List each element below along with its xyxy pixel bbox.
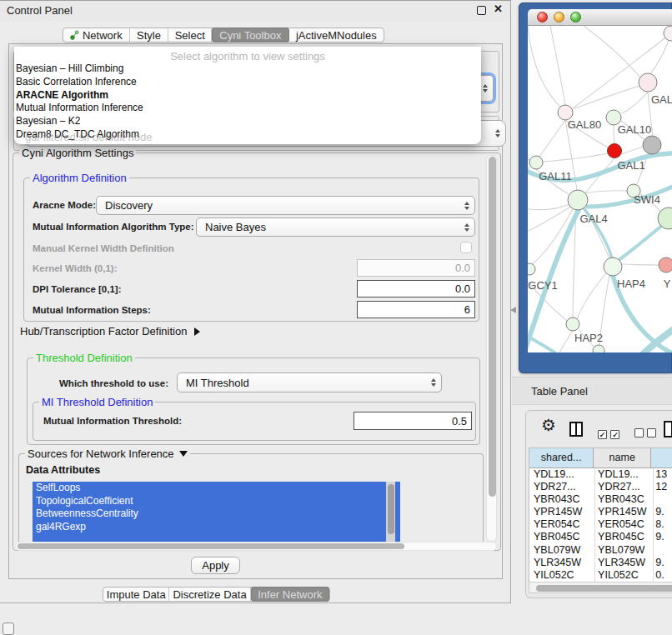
deselect-all-icon[interactable] bbox=[634, 426, 656, 441]
network-canvas[interactable]: GALGAL80GAL10GAL1GAL11GAL4SWI4GCY1HAP4YH… bbox=[528, 26, 672, 352]
attribute-item[interactable]: SelfLoops bbox=[33, 482, 400, 495]
tab-jactivemnodules[interactable]: jActiveMNodules bbox=[289, 28, 384, 42]
table-cell: YBR043C bbox=[594, 493, 651, 506]
select-all-icon[interactable]: ✓ ✓ bbox=[598, 426, 619, 441]
collapsed-panel-icon[interactable] bbox=[3, 622, 14, 635]
table-hscrollbar-thumb[interactable] bbox=[536, 585, 672, 592]
node-hap4[interactable] bbox=[604, 258, 622, 276]
table-row[interactable]: YPR145WYPR145W9. bbox=[529, 506, 672, 518]
table-hscrollbar[interactable] bbox=[529, 582, 672, 593]
network-edge[interactable] bbox=[539, 120, 565, 157]
network-edge[interactable] bbox=[584, 26, 642, 79]
which-threshold-combobox[interactable]: MI Threshold bbox=[177, 372, 442, 392]
network-edge[interactable] bbox=[620, 264, 659, 265]
network-edge[interactable] bbox=[614, 125, 614, 143]
attribute-item[interactable]: TopologicalCoefficient bbox=[33, 495, 400, 508]
network-edge[interactable] bbox=[621, 147, 643, 154]
float-window-icon[interactable] bbox=[477, 6, 486, 15]
dropdown-prompt: Select algorithm to view settings bbox=[14, 47, 481, 62]
tab-network[interactable]: Network bbox=[63, 28, 130, 42]
dropdown-item[interactable]: Mutual Information Inference bbox=[14, 102, 481, 115]
column-header[interactable] bbox=[651, 448, 672, 468]
mi-algorithm-type-combobox[interactable]: Naive Bayes bbox=[196, 218, 475, 237]
column-header[interactable]: name bbox=[594, 448, 651, 468]
settings-hscrollbar[interactable] bbox=[15, 542, 497, 551]
dropdown-item[interactable]: Bayesian – Hill Climbing bbox=[14, 62, 481, 76]
settings-vscrollbar-thumb[interactable] bbox=[489, 157, 496, 497]
column-divider bbox=[594, 468, 595, 588]
attributes-scrollbar-thumb[interactable] bbox=[388, 484, 394, 534]
network-edge[interactable] bbox=[550, 26, 565, 105]
close-icon[interactable]: ✕ bbox=[494, 2, 503, 15]
dropdown-item[interactable]: Bayesian – K2 bbox=[14, 115, 481, 128]
close-traffic-light[interactable] bbox=[537, 12, 548, 22]
table-icon[interactable] bbox=[664, 421, 672, 438]
gear-icon[interactable]: ⚙ bbox=[541, 415, 556, 435]
network-edge[interactable] bbox=[559, 331, 573, 352]
node-hap2[interactable] bbox=[566, 318, 579, 331]
collapse-arrow-icon[interactable] bbox=[179, 451, 188, 457]
table-panel-title: Table Panel bbox=[531, 385, 588, 398]
tab-impute-data[interactable]: Impute Data bbox=[103, 588, 169, 601]
aracne-mode-combobox[interactable]: Discovery bbox=[96, 196, 475, 215]
node[interactable] bbox=[639, 73, 657, 92]
apply-button[interactable]: Apply bbox=[191, 557, 240, 574]
node-gal1[interactable] bbox=[608, 144, 622, 158]
table-row[interactable]: YDL19...YDL19...13 bbox=[529, 468, 672, 481]
minimize-traffic-light[interactable] bbox=[554, 12, 564, 22]
manual-kernel-width-checkbox[interactable] bbox=[460, 242, 472, 253]
node-gal11[interactable] bbox=[529, 156, 543, 169]
network-edge[interactable] bbox=[528, 204, 569, 210]
tab-infer-network[interactable]: Infer Network bbox=[251, 587, 329, 602]
attribute-item[interactable]: gal4RGexp bbox=[33, 521, 400, 534]
table-cell: YDR27... bbox=[529, 481, 594, 493]
network-edge[interactable] bbox=[577, 273, 606, 320]
table-cell: YER054C bbox=[594, 518, 651, 531]
table-row[interactable]: YIL052CYIL052C0. bbox=[529, 569, 672, 582]
node-gcy1[interactable] bbox=[528, 263, 535, 275]
table-row[interactable]: YER054CYER054C8. bbox=[529, 518, 672, 531]
split-columns-icon[interactable] bbox=[569, 422, 583, 437]
kernel-width-input[interactable]: 0.0 bbox=[357, 259, 475, 277]
tab-style[interactable]: Style bbox=[130, 28, 169, 42]
table-row[interactable]: YLR345WYLR345W9. bbox=[529, 557, 672, 569]
mi-threshold-input[interactable]: 0.5 bbox=[354, 412, 472, 430]
table-row[interactable]: YBR043CYBR043C bbox=[529, 493, 672, 506]
attributes-scrollbar[interactable] bbox=[386, 482, 395, 542]
mi-algorithm-type-label: Mutual Information Algorithm Type: bbox=[33, 222, 194, 232]
settings-vscrollbar[interactable] bbox=[486, 155, 497, 542]
table-cell: YPR145W bbox=[529, 506, 594, 518]
column-header[interactable]: shared... bbox=[529, 448, 594, 468]
settings-hscrollbar-thumb[interactable] bbox=[18, 543, 404, 549]
network-edge[interactable] bbox=[584, 191, 627, 193]
node-gal4[interactable] bbox=[568, 190, 588, 210]
cyni-algorithm-settings-group: Cyni Algorithm Settings Algorithm Defini… bbox=[13, 152, 501, 551]
table-header-row: shared...name bbox=[529, 448, 672, 468]
zoom-traffic-light[interactable] bbox=[570, 12, 581, 22]
attribute-item[interactable]: BetweennessCentrality bbox=[33, 508, 400, 521]
dropdown-item[interactable]: ARACNE Algorithm bbox=[14, 89, 481, 102]
network-edge[interactable] bbox=[622, 90, 649, 113]
dropdown-items: Bayesian – Hill ClimbingBasic Correlatio… bbox=[14, 62, 481, 142]
tab-select[interactable]: Select bbox=[168, 28, 212, 42]
network-edge[interactable] bbox=[573, 82, 649, 109]
node[interactable] bbox=[659, 258, 672, 272]
mi-threshold-label: Mutual Information Threshold: bbox=[43, 416, 182, 426]
network-edge[interactable] bbox=[543, 153, 608, 162]
data-attributes-list[interactable]: SelfLoopsTopologicalCoefficientBetweenne… bbox=[33, 482, 400, 542]
hub-definition-expander[interactable]: Hub/Transcription Factor Definition bbox=[20, 325, 200, 338]
sources-legend: Sources for Network Inference bbox=[25, 448, 190, 459]
table-row[interactable]: YBL079WYBL079W bbox=[529, 544, 672, 557]
table-body: YDL19...YDL19...13YDR27...YDR27...12YBR0… bbox=[529, 468, 672, 582]
tab-cyni-toolbox[interactable]: Cyni Toolbox bbox=[212, 28, 289, 42]
table-row[interactable]: YBR045CYBR045C9. bbox=[529, 531, 672, 543]
tab-discretize-data[interactable]: Discretize Data bbox=[169, 588, 250, 601]
table-cell: YBR045C bbox=[594, 531, 651, 543]
mi-steps-input[interactable]: 6 bbox=[357, 301, 475, 318]
dropdown-item[interactable]: Basic Correlation Inference bbox=[14, 76, 481, 89]
dpi-tolerance-input[interactable]: 0.0 bbox=[357, 280, 475, 298]
network-edge[interactable] bbox=[528, 207, 570, 233]
table-row[interactable]: YDR27...YDR27...12 bbox=[529, 481, 672, 493]
node[interactable] bbox=[643, 136, 661, 154]
node[interactable] bbox=[593, 345, 604, 352]
